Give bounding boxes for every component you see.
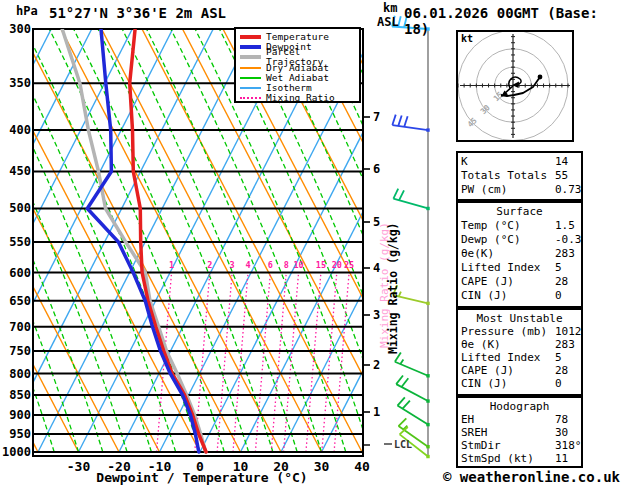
pressure-tick-label: 1000 — [1, 445, 31, 459]
table-row: StmDir318° — [458, 439, 581, 452]
pressure-tick-label: 800 — [1, 367, 31, 381]
temp-tick-label: 30 — [314, 459, 330, 474]
table-row: StmSpd (kt)11 — [458, 452, 581, 465]
pressure-axis-unit: hPa — [16, 4, 38, 18]
mixing-ratio-value: 4 — [245, 260, 250, 270]
temp-tick-label: -30 — [67, 459, 90, 474]
pressure-tick-label: 950 — [1, 427, 31, 441]
table-row-value: 11 — [555, 452, 568, 465]
table-row-value: 1.5 — [555, 219, 575, 233]
table-row: EH78 — [458, 413, 581, 426]
run-datetime: 06.01.2026 00GMT (Base: 18) — [404, 5, 629, 37]
legend-swatch — [240, 67, 261, 69]
pressure-tick-label: 850 — [1, 388, 31, 402]
copyright: © weatheronline.co.uk — [443, 469, 620, 485]
table-row: Totals Totals55 — [458, 169, 581, 183]
table-row-value: 5 — [555, 351, 562, 364]
table-row: K14 — [458, 153, 581, 169]
table-row: CAPE (J)28 — [458, 364, 581, 377]
legend-item-label: Mixing Ratio — [266, 93, 335, 103]
table-row-value: 318° — [555, 439, 582, 452]
mixing-ratio-value: 3 — [230, 260, 235, 270]
table-row-label: Pressure (mb) — [461, 325, 547, 338]
table-row: PW (cm)0.73 — [458, 183, 581, 197]
km-tick-label: 2 — [373, 358, 380, 372]
table-row-label: θe(K) — [461, 247, 494, 261]
table-section-title: Hodograph — [458, 398, 581, 413]
hodograph: 153045 — [457, 31, 573, 141]
table-row-value: 0 — [555, 377, 562, 390]
pressure-tick-label: 500 — [1, 201, 31, 215]
legend-swatch — [240, 55, 261, 59]
table-section: K14Totals Totals55PW (cm)0.73 — [456, 151, 583, 201]
table-row: Lifted Index5 — [458, 261, 581, 275]
table-row-label: CIN (J) — [461, 377, 507, 390]
table-row: CIN (J)0 — [458, 377, 581, 390]
mixing-ratio-value: 10 — [293, 260, 303, 270]
table-row-value: 28 — [555, 364, 568, 377]
table-section: Most UnstablePressure (mb)1012θe (K)283L… — [456, 308, 583, 396]
wind-barb — [392, 115, 429, 132]
table-row-label: θe (K) — [461, 338, 501, 351]
table-row-label: CIN (J) — [461, 289, 507, 303]
table-row-label: SREH — [461, 426, 488, 439]
table-row-label: PW (cm) — [461, 183, 507, 197]
table-row-value: 283 — [555, 338, 575, 351]
km-tick-label: 1 — [373, 405, 380, 419]
table-row-value: 0.73 — [555, 183, 582, 197]
pressure-tick-label: 700 — [1, 320, 31, 334]
wind-barb — [393, 189, 429, 211]
table-row-value: 55 — [555, 169, 568, 183]
legend-swatch — [240, 35, 261, 39]
pressure-tick-label: 900 — [1, 408, 31, 422]
hodograph-unit-label: kt — [461, 33, 473, 44]
table-row: θe (K)283 — [458, 338, 581, 351]
legend-swatch — [240, 77, 261, 79]
hodograph-trace-dot — [538, 75, 543, 80]
table-row: SREH30 — [458, 426, 581, 439]
wind-barb — [396, 375, 429, 402]
mixing-ratio-value: 15 — [316, 260, 326, 270]
pressure-tick-label: 550 — [1, 235, 31, 249]
table-row: θe(K)283 — [458, 247, 581, 261]
km-tick-label: 6 — [373, 162, 380, 176]
wet-adiabat-line — [25, 29, 200, 452]
wind-barb — [395, 352, 430, 377]
table-row-label: StmSpd (kt) — [461, 452, 534, 465]
legend-item: Mixing Ratio — [240, 93, 359, 103]
pressure-tick-label: 350 — [1, 76, 31, 90]
table-row-value: 5 — [555, 261, 562, 275]
table-row-value: 0 — [555, 289, 562, 303]
table-row-label: Totals Totals — [461, 169, 547, 183]
table-section: HodographEH78SREH30StmDir318°StmSpd (kt)… — [456, 396, 583, 468]
lcl-label: LCL — [394, 439, 412, 450]
pressure-tick-label: 400 — [1, 123, 31, 137]
legend-box: TemperatureDewpointParcel TrajectoryDry … — [234, 27, 361, 103]
station-title: 51°27'N 3°36'E 2m ASL — [49, 5, 226, 21]
table-section-title: Surface — [458, 203, 581, 219]
table-row: CIN (J)0 — [458, 289, 581, 303]
table-row-label: EH — [461, 413, 474, 426]
table-row-value: 14 — [555, 155, 568, 169]
table-row: Temp (°C)1.5 — [458, 219, 581, 233]
table-row-label: K — [461, 155, 468, 169]
pressure-tick-label: 750 — [1, 344, 31, 358]
table-row-value: 283 — [555, 247, 575, 261]
pressure-tick-label: 650 — [1, 294, 31, 308]
table-row-value: 28 — [555, 275, 568, 289]
wet-adiabat-line — [49, 29, 224, 452]
table-row-label: StmDir — [461, 439, 501, 452]
km-tick-label: 7 — [373, 110, 380, 124]
table-row-value: -0.3 — [555, 233, 582, 247]
x-axis-title: Dewpoint / Temperature (°C) — [96, 470, 307, 485]
altitude-axis-unit-asl: ASL — [377, 15, 399, 29]
altitude-axis-unit-km: km — [383, 1, 397, 15]
pressure-tick-label: 300 — [1, 22, 31, 36]
table-row-label: Lifted Index — [461, 351, 540, 364]
mixing-ratio-value: 6 — [268, 260, 273, 270]
legend-swatch — [240, 87, 261, 89]
table-row-label: CAPE (J) — [461, 364, 514, 377]
table-row-label: CAPE (J) — [461, 275, 514, 289]
pressure-tick-label: 450 — [1, 164, 31, 178]
legend-swatch — [240, 97, 261, 99]
